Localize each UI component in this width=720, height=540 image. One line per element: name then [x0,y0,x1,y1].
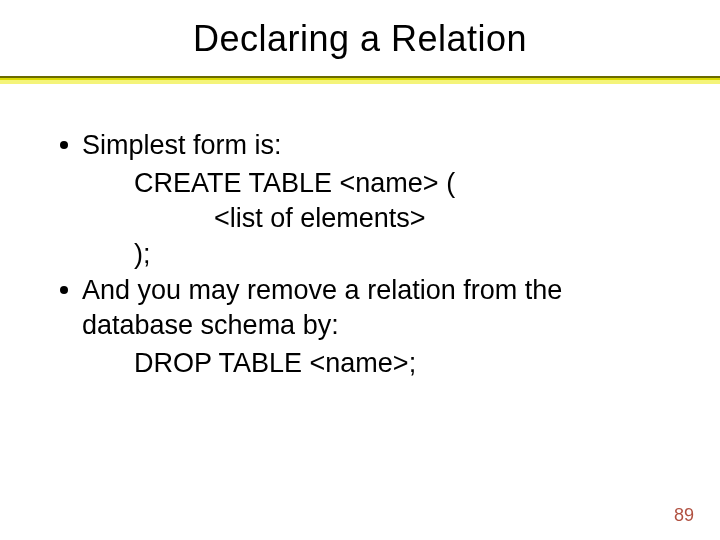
bullet-item: Simplest form is: [60,128,670,164]
slide-title: Declaring a Relation [0,18,720,60]
code-line: DROP TABLE <name>; [134,346,670,382]
slide-number: 89 [674,505,694,526]
slide: Declaring a Relation Simplest form is: C… [0,18,720,540]
bullet-text: And you may remove a relation from the d… [82,273,670,344]
bullet-item: And you may remove a relation from the d… [60,273,670,344]
code-line: CREATE TABLE <name> ( [134,166,670,202]
bullet-icon [60,286,68,294]
slide-content: Simplest form is: CREATE TABLE <name> ( … [0,128,720,381]
code-line: <list of elements> [214,201,670,237]
title-underline [0,76,720,84]
bullet-text: Simplest form is: [82,128,670,164]
code-line: ); [134,237,670,273]
bullet-icon [60,141,68,149]
